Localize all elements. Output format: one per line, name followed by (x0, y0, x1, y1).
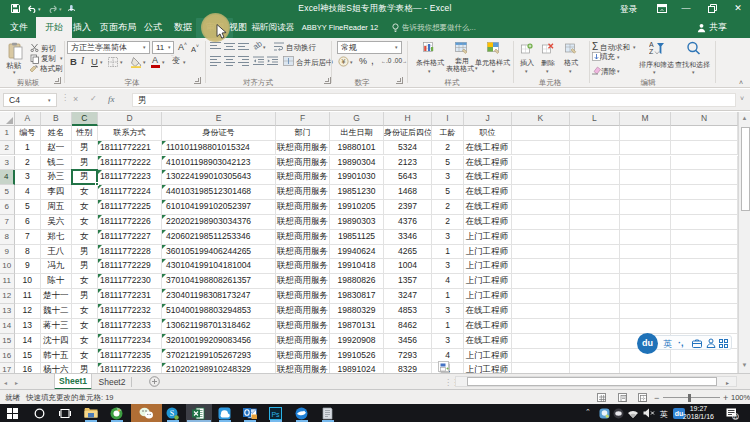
cell-B6[interactable]: 周五 (41, 200, 72, 215)
cell-M11[interactable] (620, 274, 671, 289)
cell-K5[interactable] (512, 185, 570, 200)
cell-E9[interactable]: 360105199406244265 (162, 245, 276, 260)
cell-A13[interactable]: 12 (15, 304, 42, 319)
cell-B5[interactable]: 李四 (41, 185, 72, 200)
cell-B4[interactable]: 孙三 (41, 170, 72, 185)
cell-J7[interactable]: 在线工程师 (464, 215, 512, 230)
cell-J4[interactable]: 在线工程师 (464, 170, 512, 185)
cell-D8[interactable]: 18111772227 (98, 230, 162, 245)
cell-M6[interactable] (620, 200, 671, 215)
conditional-formatting-icon[interactable] (423, 42, 437, 55)
cell-M8[interactable] (620, 230, 671, 245)
tray-input-lang[interactable]: 英 (660, 409, 668, 420)
cell-G14[interactable]: 19870131 (330, 319, 384, 334)
cell-C11[interactable]: 女 (72, 274, 99, 289)
cell-B11[interactable]: 陈十 (41, 274, 72, 289)
cell-N2[interactable] (671, 141, 738, 156)
cell-D16[interactable]: 18111772235 (98, 349, 162, 364)
fill-button[interactable]: 填充 (600, 52, 615, 62)
font-name-dropdown-icon[interactable]: ▾ (143, 44, 146, 50)
column-header-H[interactable]: H (384, 112, 432, 126)
scroll-down-icon[interactable]: ▼ (739, 362, 750, 368)
accounting-format-icon[interactable]: ¥ (338, 56, 349, 67)
cell-I7[interactable]: 2 (432, 215, 464, 230)
insert-cells-button[interactable]: 插入 (520, 58, 534, 68)
copy-icon[interactable] (30, 54, 39, 64)
cell-C16[interactable]: 女 (72, 349, 99, 364)
row-header-8[interactable]: 8 (0, 230, 15, 245)
cell-N14[interactable] (671, 319, 738, 334)
select-all-corner[interactable] (0, 112, 15, 126)
row-header-11[interactable]: 11 (0, 274, 15, 289)
cell-D14[interactable]: 18111772233 (98, 319, 162, 334)
cell-K10[interactable] (512, 259, 570, 274)
formula-input[interactable]: 男 (132, 93, 736, 107)
cell-F6[interactable]: 联想商用服务 (276, 200, 330, 215)
cell-D11[interactable]: 18111772230 (98, 274, 162, 289)
cell-G5[interactable]: 19851230 (330, 185, 384, 200)
cell-E6[interactable]: 610104199102052397 (162, 200, 276, 215)
autosum-button[interactable]: 自动求和 (600, 43, 630, 53)
font-size-dropdown-icon[interactable]: ▾ (168, 44, 171, 50)
cell-E11[interactable]: 370104198808261357 (162, 274, 276, 289)
cell-I15[interactable]: 3 (432, 334, 464, 349)
cell-K4[interactable] (512, 170, 570, 185)
cell-L15[interactable] (570, 334, 621, 349)
start-button-icon[interactable] (7, 408, 22, 422)
cell-J10[interactable]: 上门工程师 (464, 259, 512, 274)
cell-E13[interactable]: 510400198803294853 (162, 304, 276, 319)
cell-F2[interactable]: 联想商用服务 (276, 141, 330, 156)
align-left-icon[interactable] (210, 56, 221, 66)
cell-J17[interactable]: 上门工程师 (464, 363, 512, 372)
sign-in-button[interactable]: 登录 (620, 4, 637, 16)
number-format-dropdown-icon[interactable]: ▾ (395, 44, 398, 50)
ime-grid-icon[interactable] (719, 339, 728, 348)
row-header-3[interactable]: 3 (0, 156, 15, 171)
delete-dropdown-icon[interactable]: ▾ (546, 68, 549, 74)
increase-decimal-icon[interactable]: ←.0 (381, 57, 391, 64)
cell-L13[interactable] (570, 304, 621, 319)
normal-view-icon[interactable] (597, 393, 606, 402)
paste-icon[interactable] (8, 42, 23, 61)
cell-I1[interactable]: 工龄 (432, 126, 464, 141)
cell-C7[interactable]: 女 (72, 215, 99, 230)
row-header-2[interactable]: 2 (0, 141, 15, 156)
cell-G11[interactable]: 19880826 (330, 274, 384, 289)
cell-J13[interactable]: 在线工程师 (464, 304, 512, 319)
cell-B10[interactable]: 冯九 (41, 259, 72, 274)
tray-clock[interactable]: 19:27 2018/1/16 (683, 405, 714, 421)
vertical-scroll-thumb[interactable] (741, 127, 750, 211)
cell-K15[interactable] (512, 334, 570, 349)
format-painter-button[interactable]: 格式刷 (40, 64, 63, 74)
cell-H9[interactable]: 4265 (384, 245, 432, 260)
ime-language-mode[interactable]: 英 (663, 338, 672, 351)
cell-G8[interactable]: 19851125 (330, 230, 384, 245)
cell-I6[interactable]: 2 (432, 200, 464, 215)
column-header-J[interactable]: J (464, 112, 512, 126)
expand-formula-bar-icon[interactable]: ˅ (740, 95, 744, 102)
cell-H16[interactable]: 7293 (384, 349, 432, 364)
cell-B17[interactable]: 杨十六 (41, 363, 72, 372)
cell-B8[interactable]: 郑七 (41, 230, 72, 245)
ime-user-icon[interactable] (706, 338, 716, 348)
cell-L7[interactable] (570, 215, 621, 230)
row-header-7[interactable]: 7 (0, 215, 15, 230)
new-sheet-icon[interactable] (149, 376, 160, 387)
sort-filter-icon[interactable]: AZ (649, 40, 665, 56)
number-format-combo[interactable]: 常规 (337, 41, 402, 54)
font-name-combo[interactable]: 方正兰亭黑简体 (67, 41, 150, 54)
tray-device-icon[interactable] (613, 408, 628, 422)
column-header-K[interactable]: K (512, 112, 570, 126)
column-header-G[interactable]: G (330, 112, 384, 126)
cortana-search-icon[interactable] (34, 408, 49, 422)
orientation-dropdown-icon[interactable]: ▾ (263, 44, 266, 50)
cell-I10[interactable]: 3 (432, 259, 464, 274)
cell-C8[interactable]: 女 (72, 230, 99, 245)
row-header-13[interactable]: 13 (0, 304, 15, 319)
cell-G1[interactable]: 出生日期 (330, 126, 384, 141)
cell-L6[interactable] (570, 200, 621, 215)
cell-L1[interactable] (570, 126, 621, 141)
cell-I11[interactable]: 4 (432, 274, 464, 289)
cell-J11[interactable]: 上门工程师 (464, 274, 512, 289)
cell-G15[interactable]: 19920908 (330, 334, 384, 349)
